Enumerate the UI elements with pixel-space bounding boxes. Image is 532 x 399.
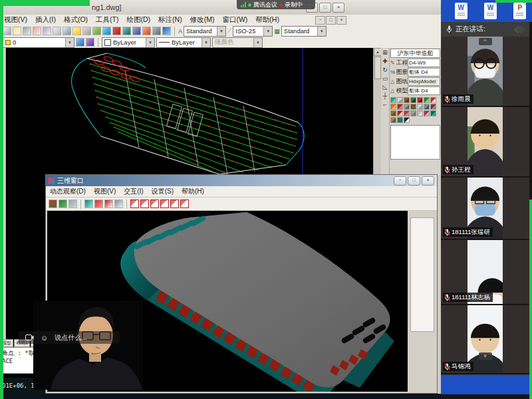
view-cube-icon[interactable] (180, 200, 189, 208)
drawing-vertical-scrollbar[interactable]: ▲ (373, 48, 381, 174)
lineweight-combo[interactable]: 随颜色▼ (212, 37, 263, 48)
palette-tool-icon[interactable] (404, 104, 410, 110)
menu-item[interactable]: 设置(S) (148, 187, 178, 196)
palette-list-box[interactable] (390, 125, 440, 160)
participant-tile[interactable]: 181111张瑞研 (441, 178, 529, 239)
palette-field-value[interactable]: 船体 D4 (408, 86, 440, 95)
menu-item[interactable]: 视图(V) (0, 15, 31, 25)
toolbar-icon[interactable] (53, 27, 61, 35)
viewer3d-minimize-button[interactable]: − (394, 176, 406, 186)
palette-tool-icon[interactable] (430, 104, 436, 110)
participant-tile[interactable]: v 马锦鸿 (441, 305, 529, 373)
palette-tool-icon[interactable] (390, 117, 396, 123)
camera-icon[interactable] (25, 334, 34, 340)
menu-item[interactable]: 窗口(W) (218, 15, 251, 25)
cad-window-maximize-button[interactable]: □ (319, 3, 331, 13)
modeling-tool-icon[interactable]: ⌐ (383, 101, 386, 108)
collapse-up-button[interactable]: ^ (479, 38, 492, 45)
word-doc-icon[interactable]: W (484, 3, 497, 19)
palette-tool-icon[interactable] (397, 104, 403, 110)
view-cube-icon[interactable] (140, 200, 149, 208)
toolbar-icon[interactable] (23, 27, 31, 35)
palette-tool-icon[interactable] (424, 97, 430, 103)
doc-window-minimize-button[interactable]: − (315, 16, 325, 25)
modeling-tool-icon[interactable]: ▭ (382, 75, 388, 82)
palette-field-value[interactable]: 船体 D4 (408, 68, 440, 76)
toolbar-icon[interactable] (132, 27, 141, 35)
palette-tool-icon[interactable] (424, 110, 430, 116)
viewer3d-tool-icon[interactable] (68, 200, 77, 208)
view-cube-icon[interactable] (130, 200, 139, 208)
emoji-icon[interactable]: ☺ (41, 334, 48, 342)
chat-input-placeholder[interactable]: 说点什么... (55, 333, 86, 342)
color-combo[interactable]: ByLayer▼ (102, 37, 155, 48)
modeling-tool-icon[interactable]: ┼ (383, 92, 387, 99)
palette-tool-icon[interactable] (417, 104, 423, 110)
viewer3d-tool-icon[interactable] (49, 200, 57, 208)
menu-item[interactable]: 帮助(H) (178, 187, 208, 196)
modeling-tool-icon[interactable]: ↻ (382, 66, 388, 73)
palette-tool-icon[interactable] (404, 97, 410, 103)
palette-tool-icon[interactable] (404, 110, 410, 116)
toolbar-icon[interactable] (3, 27, 11, 35)
modeling-tool-icon[interactable]: ⊞ (382, 49, 388, 56)
menu-item[interactable]: 插入(I) (31, 15, 60, 25)
linetype-combo[interactable]: ByLayer▼ (156, 37, 211, 48)
toolbar-icon[interactable] (82, 27, 91, 35)
palette-tool-icon[interactable] (390, 97, 396, 103)
dim-style-combo[interactable]: ISO-25▼ (233, 26, 273, 37)
toolbar-icon[interactable] (13, 27, 21, 35)
toolbar-icon[interactable] (92, 27, 101, 35)
viewer3d-titlebar[interactable]: 三维窗口 −□× (46, 175, 437, 186)
view-cube-icon[interactable] (150, 200, 159, 208)
collapse-down-button[interactable]: v (479, 352, 492, 360)
palette-tool-icon[interactable] (410, 104, 416, 110)
participant-tile[interactable]: 181111林志杨 (441, 240, 529, 304)
table-style-combo[interactable]: Standard▼ (281, 26, 327, 37)
palette-field-value[interactable]: HdxpModel ▼ (408, 77, 440, 86)
viewer3d-close-button[interactable]: × (422, 176, 434, 186)
palette-tool-icon[interactable] (410, 110, 416, 116)
word-doc-icon[interactable]: W (455, 3, 467, 19)
meeting-status-pill[interactable]: 腾讯会议 录制中 (237, 0, 315, 9)
menu-item[interactable]: 交互(I) (120, 187, 147, 196)
viewer3d-tool-icon[interactable] (84, 200, 93, 208)
toolbar-icon[interactable] (102, 27, 111, 35)
participant-tile[interactable]: ^ 徐雨晨 (441, 37, 529, 106)
viewer3d-tool-icon[interactable] (104, 200, 113, 208)
layer-combo[interactable]: 0▼ (3, 37, 74, 48)
modeling-tool-icon[interactable]: ◺ (383, 84, 388, 90)
palette-tool-icon[interactable] (424, 104, 430, 110)
palette-tool-icon[interactable] (390, 104, 396, 110)
toolbar-icon[interactable] (63, 27, 71, 35)
palette-tool-icon[interactable] (430, 97, 436, 103)
toolbar-icon[interactable] (122, 27, 131, 35)
cad-window-close-button[interactable]: × (332, 3, 344, 13)
viewer3d-tool-icon[interactable] (114, 200, 123, 208)
view-cube-icon[interactable] (170, 200, 179, 208)
palette-tool-icon[interactable] (397, 117, 403, 123)
menu-item[interactable]: 格式(O) (60, 15, 92, 25)
toolbar-icon[interactable] (43, 27, 51, 35)
viewer3d-tool-icon[interactable] (94, 200, 103, 208)
palette-tool-icon[interactable] (390, 110, 396, 116)
toolbar-icon[interactable] (33, 27, 41, 35)
toolbar-icon[interactable] (142, 27, 151, 35)
layer-manager-icon[interactable] (76, 38, 84, 47)
doc-window-close-button[interactable]: × (336, 16, 346, 25)
palette-tool-icon[interactable] (417, 110, 423, 116)
palette-tool-icon[interactable] (417, 97, 423, 103)
palette-tool-icon[interactable] (397, 110, 403, 116)
text-style-combo[interactable]: Standard▼ (184, 26, 226, 37)
menu-item[interactable]: 工具(T) (92, 15, 122, 25)
participant-tile[interactable]: 孙王程 (441, 107, 529, 176)
view-cube-icon[interactable] (160, 200, 169, 208)
toolbar-icon[interactable] (152, 27, 161, 35)
menu-item[interactable]: 动态观察(D) (46, 187, 90, 196)
menu-item[interactable]: 标注(N) (154, 15, 186, 25)
menu-item[interactable]: 视图(V) (90, 187, 120, 196)
video-chat-overlay[interactable]: ☺ 说点什么... (19, 331, 120, 344)
toolbar-icon[interactable] (72, 27, 81, 35)
menu-item[interactable]: 修改(M) (186, 15, 219, 25)
menu-item[interactable]: 帮助(H) (251, 15, 283, 25)
